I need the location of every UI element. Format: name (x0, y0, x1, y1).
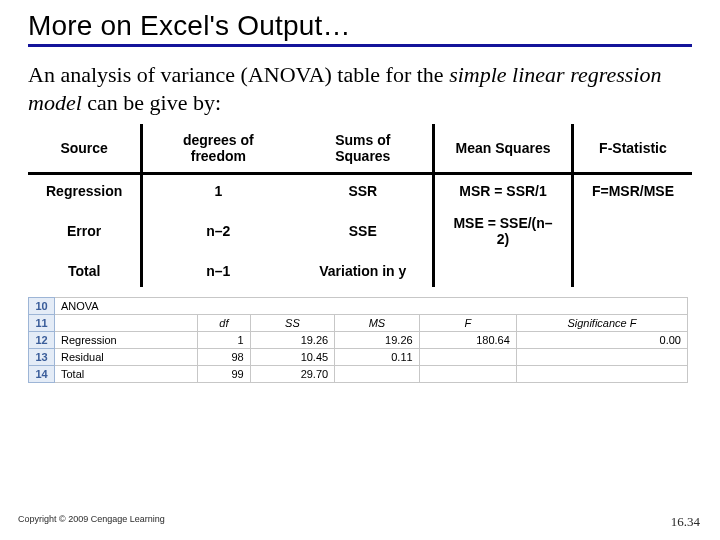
cell-ms (335, 366, 419, 383)
table-row: 10 ANOVA (29, 298, 688, 315)
cell-f (572, 207, 692, 255)
col-f: F-Statistic (572, 124, 692, 174)
cell-f (572, 255, 692, 287)
cell-ms: MSR = SSR/1 (434, 174, 573, 208)
cell-ss: SSE (293, 207, 433, 255)
row-number: 10 (29, 298, 55, 315)
cell-df: 98 (198, 349, 251, 366)
cell-df: n–1 (142, 255, 294, 287)
cell-label: Regression (55, 332, 198, 349)
cell-ss: Variation in y (293, 255, 433, 287)
cell-ss: 19.26 (250, 332, 334, 349)
cell-source: Regression (28, 174, 142, 208)
table-row: 13 Residual 98 10.45 0.11 (29, 349, 688, 366)
table-row: Regression 1 SSR MSR = SSR/1 F=MSR/MSE (28, 174, 692, 208)
cell-f (419, 366, 516, 383)
cell-f (419, 349, 516, 366)
row-number: 14 (29, 366, 55, 383)
slide: More on Excel's Output… An analysis of v… (0, 0, 720, 540)
col-sigf: Significance F (516, 315, 687, 332)
cell-source: Error (28, 207, 142, 255)
col-ss: SS (250, 315, 334, 332)
cell-source: Total (28, 255, 142, 287)
col-f: F (419, 315, 516, 332)
table-row: 14 Total 99 29.70 (29, 366, 688, 383)
col-ms: Mean Squares (434, 124, 573, 174)
cell-df: 99 (198, 366, 251, 383)
col-df: df (198, 315, 251, 332)
col-ss: Sums of Squares (293, 124, 433, 174)
cell-f: 180.64 (419, 332, 516, 349)
row-number: 11 (29, 315, 55, 332)
table-row: Total n–1 Variation in y (28, 255, 692, 287)
blank-cell (55, 315, 198, 332)
cell-ss: SSR (293, 174, 433, 208)
cell-df: 1 (198, 332, 251, 349)
cell-f: F=MSR/MSE (572, 174, 692, 208)
cell-sigf (516, 349, 687, 366)
footer: Copyright © 2009 Cengage Learning 16.34 (18, 514, 700, 530)
table-row: 12 Regression 1 19.26 19.26 180.64 0.00 (29, 332, 688, 349)
cell-df: 1 (142, 174, 294, 208)
col-df: degrees of freedom (142, 124, 294, 174)
anova-symbolic-table: Source degrees of freedom Sums of Square… (28, 124, 692, 287)
col-ms: MS (335, 315, 419, 332)
slide-title: More on Excel's Output… (28, 10, 692, 47)
desc-prefix: An analysis of variance (ANOVA) table fo… (28, 62, 449, 87)
cell-ss: 10.45 (250, 349, 334, 366)
cell-label: Total (55, 366, 198, 383)
cell-df: n–2 (142, 207, 294, 255)
table-row: Error n–2 SSE MSE = SSE/(n–2) (28, 207, 692, 255)
cell-ms: MSE = SSE/(n–2) (434, 207, 573, 255)
cell-sigf (516, 366, 687, 383)
row-number: 13 (29, 349, 55, 366)
cell-label: Residual (55, 349, 198, 366)
row-number: 12 (29, 332, 55, 349)
copyright-text: Copyright © 2009 Cengage Learning (18, 514, 165, 530)
description: An analysis of variance (ANOVA) table fo… (28, 61, 692, 116)
cell-ms: 0.11 (335, 349, 419, 366)
excel-screenshot: 10 ANOVA 11 df SS MS F Significance F 12… (28, 297, 692, 383)
cell-ms: 19.26 (335, 332, 419, 349)
table-row: 11 df SS MS F Significance F (29, 315, 688, 332)
cell-ss: 29.70 (250, 366, 334, 383)
cell-sigf: 0.00 (516, 332, 687, 349)
page-number: 16.34 (671, 514, 700, 530)
excel-anova-label: ANOVA (55, 298, 688, 315)
cell-ms (434, 255, 573, 287)
excel-anova-table: 10 ANOVA 11 df SS MS F Significance F 12… (28, 297, 688, 383)
desc-suffix: can be give by: (82, 90, 221, 115)
col-source: Source (28, 124, 142, 174)
